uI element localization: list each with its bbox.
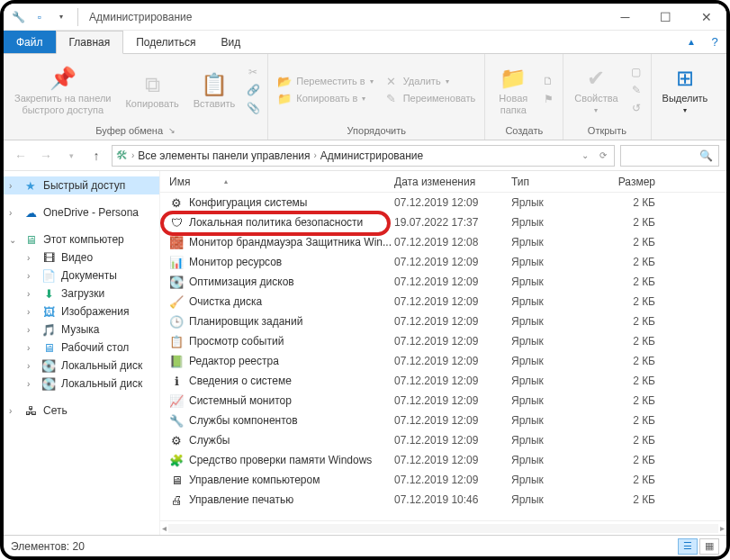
table-row[interactable]: 🖨Управление печатью07.12.2019 10:46Ярлык… bbox=[160, 490, 726, 510]
chevron-down-icon[interactable]: ⌄ bbox=[9, 235, 16, 245]
open-icon[interactable]: ▢ bbox=[629, 66, 644, 78]
nav-local-disk[interactable]: ›💽Локальный диск bbox=[4, 357, 159, 375]
content-area: ›★Быстрый доступ ›☁OneDrive - Persona ⌄🖥… bbox=[4, 171, 726, 535]
table-row[interactable]: 🖥Управление компьютером07.12.2019 12:09Я… bbox=[160, 470, 726, 490]
chevron-right-icon[interactable]: › bbox=[9, 406, 12, 416]
nav-pictures[interactable]: ›🖼Изображения bbox=[4, 303, 159, 321]
chevron-right-icon[interactable]: › bbox=[27, 343, 30, 353]
table-row[interactable]: 🕒Планировщик заданий07.12.2019 12:09Ярлы… bbox=[160, 312, 726, 331]
address-dropdown-icon[interactable]: ⌄ bbox=[578, 150, 592, 160]
table-row[interactable]: 🧱Монитор брандмауэра Защитника Win...07.… bbox=[160, 232, 726, 252]
thumbnails-view-button[interactable]: ▦ bbox=[699, 538, 719, 555]
table-row[interactable]: ⚙Службы07.12.2019 12:09Ярлык2 КБ bbox=[160, 430, 726, 450]
copy-to-button[interactable]: 📁Копировать в ▾ bbox=[274, 91, 376, 106]
chevron-right-icon[interactable]: › bbox=[27, 325, 30, 335]
chevron-right-icon[interactable]: › bbox=[27, 253, 30, 263]
back-button[interactable]: ← bbox=[11, 146, 31, 166]
edit-icon[interactable]: ✎ bbox=[629, 84, 644, 96]
table-row[interactable]: 📈Системный монитор07.12.2019 12:09Ярлык2… bbox=[160, 391, 726, 411]
nav-network[interactable]: ›🖧Сеть bbox=[4, 402, 159, 420]
chevron-right-icon[interactable]: › bbox=[27, 289, 30, 299]
pin-button[interactable]: 📌Закрепить на панели быстрого доступа bbox=[9, 62, 116, 118]
nav-onedrive[interactable]: ›☁OneDrive - Persona bbox=[4, 203, 159, 221]
minimize-button[interactable]: ─ bbox=[605, 4, 645, 31]
close-button[interactable]: ✕ bbox=[686, 4, 726, 31]
nav-music[interactable]: ›🎵Музыка bbox=[4, 321, 159, 339]
paste-shortcut-icon[interactable]: 📎 bbox=[246, 102, 260, 114]
chevron-right-icon[interactable]: › bbox=[313, 150, 316, 160]
checkbox-icon[interactable]: ▫ bbox=[31, 8, 49, 26]
video-icon: 🎞 bbox=[41, 250, 56, 265]
breadcrumb[interactable]: 🛠 › Все элементы панели управления › Адм… bbox=[112, 145, 615, 167]
chevron-right-icon[interactable]: › bbox=[27, 379, 30, 389]
help-icon[interactable]: ? bbox=[703, 31, 726, 53]
breadcrumb-current[interactable]: Администрирование bbox=[320, 149, 423, 162]
nav-documents[interactable]: ›📄Документы bbox=[4, 266, 159, 285]
select-button[interactable]: ⊞Выделить▾ bbox=[657, 62, 714, 118]
table-row[interactable]: 📗Редактор реестра07.12.2019 12:09Ярлык2 … bbox=[160, 351, 726, 371]
navigation-pane[interactable]: ›★Быстрый доступ ›☁OneDrive - Persona ⌄🖥… bbox=[4, 171, 160, 535]
history-icon[interactable]: ↺ bbox=[629, 102, 644, 114]
new-folder-button[interactable]: 📁Новая папка bbox=[491, 62, 536, 118]
table-row[interactable]: ⚙Конфигурация системы07.12.2019 12:09Ярл… bbox=[160, 193, 726, 212]
rename-button[interactable]: ✎Переименовать bbox=[381, 91, 480, 106]
properties-button[interactable]: ✔Свойства▾ bbox=[569, 62, 623, 118]
address-bar: ← → ▾ ↑ 🛠 › Все элементы панели управлен… bbox=[4, 140, 726, 171]
nav-this-pc[interactable]: ⌄🖥Этот компьютер bbox=[4, 230, 159, 248]
file-icon: ⚙ bbox=[169, 433, 184, 447]
chevron-right-icon[interactable]: › bbox=[27, 361, 30, 371]
details-view-button[interactable]: ☰ bbox=[678, 538, 698, 555]
chevron-right-icon[interactable]: › bbox=[131, 150, 134, 160]
file-size: 2 КБ bbox=[601, 434, 673, 447]
table-row[interactable]: 🛡Локальная политика безопасности19.07.20… bbox=[160, 212, 726, 232]
file-name: Управление печатью bbox=[189, 493, 293, 506]
new-item-icon[interactable]: 🗋 bbox=[541, 75, 555, 87]
tab-view[interactable]: Вид bbox=[208, 31, 253, 53]
move-to-button[interactable]: 📂Переместить в ▾ bbox=[274, 74, 376, 89]
tab-share[interactable]: Поделиться bbox=[123, 31, 208, 53]
paste-button[interactable]: 📋Вставить bbox=[188, 68, 241, 112]
search-input[interactable]: 🔍 bbox=[620, 145, 719, 167]
properties-icon[interactable]: 🔧 bbox=[9, 8, 27, 26]
table-row[interactable]: 🧹Очистка диска07.12.2019 12:09Ярлык2 КБ bbox=[160, 292, 726, 312]
delete-button[interactable]: ✕Удалить ▾ bbox=[381, 74, 480, 89]
nav-videos[interactable]: ›🎞Видео bbox=[4, 248, 159, 266]
maximize-button[interactable]: ☐ bbox=[645, 4, 686, 31]
table-row[interactable]: 💽Оптимизация дисков07.12.2019 12:09Ярлык… bbox=[160, 272, 726, 292]
nav-quick-access[interactable]: ›★Быстрый доступ bbox=[4, 176, 159, 194]
nav-downloads[interactable]: ›⬇Загрузки bbox=[4, 285, 159, 303]
qat-dropdown-icon[interactable]: ▾ bbox=[52, 8, 70, 26]
up-button[interactable]: ↑ bbox=[86, 146, 106, 166]
table-row[interactable]: ℹСведения о системе07.12.2019 12:09Ярлык… bbox=[160, 371, 726, 391]
tab-file[interactable]: Файл bbox=[4, 31, 56, 53]
nav-desktop[interactable]: ›🖥Рабочий стол bbox=[4, 339, 159, 357]
copy-path-icon[interactable]: 🔗 bbox=[246, 84, 260, 96]
table-row[interactable]: 🧩Средство проверки памяти Windows07.12.2… bbox=[160, 450, 726, 470]
chevron-right-icon[interactable]: › bbox=[27, 307, 30, 317]
chevron-right-icon[interactable]: › bbox=[27, 271, 30, 281]
horizontal-scrollbar[interactable]: ◂▸ bbox=[160, 520, 726, 535]
chevron-right-icon[interactable]: › bbox=[9, 208, 12, 218]
tab-home[interactable]: Главная bbox=[56, 31, 124, 54]
table-row[interactable]: 🔧Службы компонентов07.12.2019 12:09Ярлык… bbox=[160, 411, 726, 430]
collapse-ribbon-icon[interactable]: ▲ bbox=[680, 31, 703, 53]
nav-local-disk[interactable]: ›💽Локальный диск bbox=[4, 375, 159, 393]
chevron-right-icon[interactable]: › bbox=[9, 181, 12, 191]
column-header-size[interactable]: Размер bbox=[601, 176, 673, 188]
cut-icon[interactable]: ✂ bbox=[246, 66, 260, 78]
ribbon-tabs: Файл Главная Поделиться Вид ▲ ? bbox=[4, 31, 726, 54]
table-row[interactable]: 📊Монитор ресурсов07.12.2019 12:09Ярлык2 … bbox=[160, 252, 726, 272]
column-header-type[interactable]: Тип bbox=[511, 176, 601, 188]
column-header-name[interactable]: Имя▴ bbox=[160, 176, 394, 188]
move-icon: 📂 bbox=[277, 75, 292, 88]
column-header-date[interactable]: Дата изменения bbox=[394, 176, 511, 188]
table-row[interactable]: 📋Просмотр событий07.12.2019 12:09Ярлык2 … bbox=[160, 331, 726, 351]
expander-icon[interactable]: ↘ bbox=[168, 126, 176, 135]
breadcrumb-root[interactable]: Все элементы панели управления bbox=[138, 149, 310, 162]
forward-button[interactable]: → bbox=[36, 146, 56, 166]
copy-button[interactable]: ⧉Копировать bbox=[120, 68, 184, 112]
recent-dropdown-icon[interactable]: ▾ bbox=[61, 146, 81, 166]
refresh-icon[interactable]: ⟳ bbox=[596, 150, 610, 160]
easy-access-icon[interactable]: ⚑ bbox=[541, 93, 555, 105]
file-name: Службы компонентов bbox=[189, 414, 298, 427]
